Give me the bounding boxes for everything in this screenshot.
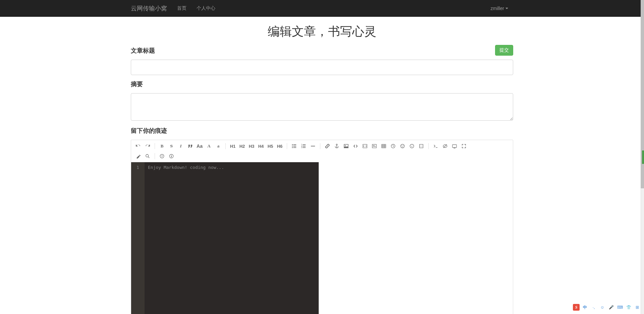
side-indicator[interactable] xyxy=(642,150,644,164)
svg-point-0 xyxy=(292,144,293,145)
ime-skin-icon[interactable]: 👕 xyxy=(625,304,632,311)
table-icon[interactable] xyxy=(379,142,388,150)
watch-icon[interactable] xyxy=(441,142,449,150)
special-char-icon[interactable]: c xyxy=(408,142,416,150)
info-icon[interactable] xyxy=(167,152,176,161)
article-title-input[interactable] xyxy=(131,60,513,75)
editor-gutter: 1 xyxy=(131,162,145,314)
user-name: zmiller xyxy=(491,6,504,11)
line-number: 1 xyxy=(131,165,145,170)
uppercase-icon[interactable]: A xyxy=(205,142,213,150)
pagebreak-icon[interactable] xyxy=(417,142,426,150)
quote-icon[interactable] xyxy=(186,142,195,150)
nav-personal-center[interactable]: 个人中心 xyxy=(192,0,220,16)
svg-rect-5 xyxy=(293,147,296,148)
ime-toolbar: S 中 ·, ☺ 🎤 ⌨ 👕 ⊞ xyxy=(573,304,641,311)
unordered-list-icon[interactable] xyxy=(290,142,299,150)
preformatted-icon[interactable] xyxy=(370,142,379,150)
label-abstract: 摘要 xyxy=(131,80,513,88)
svg-point-28 xyxy=(403,145,404,146)
label-article-title: 文章标题 xyxy=(131,47,513,55)
navbar: 云网传输小窝 首页 个人中心 zmiller xyxy=(0,0,644,17)
ime-logo-icon[interactable]: S xyxy=(573,304,580,311)
svg-point-13 xyxy=(336,144,337,145)
font-case-icon[interactable]: Aa xyxy=(195,142,204,150)
svg-rect-19 xyxy=(373,146,376,146)
svg-rect-3 xyxy=(293,146,296,146)
strikethrough-icon[interactable]: S xyxy=(167,142,176,150)
h2-button[interactable]: H2 xyxy=(238,142,247,150)
redo-icon[interactable] xyxy=(143,142,152,150)
ime-toolbox-icon[interactable]: ⊞ xyxy=(634,304,641,311)
ime-emoji-icon[interactable]: ☺ xyxy=(599,304,606,311)
image-icon[interactable] xyxy=(342,142,351,150)
ime-mic-icon[interactable]: 🎤 xyxy=(608,304,614,311)
clear-icon[interactable] xyxy=(134,152,143,161)
horizontal-rule-icon[interactable] xyxy=(309,142,317,150)
h5-button[interactable]: H5 xyxy=(266,142,275,150)
code-block-icon[interactable] xyxy=(361,142,369,150)
help-icon[interactable]: ? xyxy=(158,152,166,161)
h3-button[interactable]: H3 xyxy=(247,142,256,150)
h6-button[interactable]: H6 xyxy=(275,142,284,150)
goto-line-icon[interactable] xyxy=(431,142,440,150)
brand-link[interactable]: 云网传输小窝 xyxy=(126,0,172,17)
svg-text:c: c xyxy=(411,145,413,147)
editor-textarea[interactable] xyxy=(145,162,319,314)
preview-icon[interactable] xyxy=(450,142,459,150)
h1-button[interactable]: H1 xyxy=(228,142,237,150)
svg-point-26 xyxy=(400,144,404,148)
svg-text:?: ? xyxy=(161,155,163,158)
svg-rect-42 xyxy=(171,156,172,157)
page-title: 编辑文章，书写心灵 xyxy=(131,23,513,40)
search-icon[interactable] xyxy=(143,152,152,161)
ime-punct-icon[interactable]: ·, xyxy=(590,304,597,311)
label-content: 留下你的痕迹 xyxy=(131,127,513,135)
fullscreen-icon[interactable] xyxy=(460,142,468,150)
svg-rect-34 xyxy=(452,145,457,148)
svg-rect-9 xyxy=(303,146,306,146)
datetime-icon[interactable] xyxy=(389,142,397,150)
editor-code-pane: 1 xyxy=(131,162,319,314)
anchor-icon[interactable] xyxy=(332,142,341,150)
svg-point-36 xyxy=(146,154,149,157)
editor-preview-pane xyxy=(319,162,513,314)
link-icon[interactable] xyxy=(323,142,332,150)
ime-lang-icon[interactable]: 中 xyxy=(582,304,588,311)
editor-toolbar: B S I Aa A a H1 H2 H3 H4 H5 H6 123 xyxy=(131,140,513,162)
svg-rect-12 xyxy=(311,146,315,146)
ime-keyboard-icon[interactable]: ⌨ xyxy=(616,304,623,311)
italic-icon[interactable]: I xyxy=(176,142,185,150)
submit-button[interactable]: 提交 xyxy=(495,45,513,56)
ordered-list-icon[interactable]: 123 xyxy=(299,142,308,150)
markdown-editor: B S I Aa A a H1 H2 H3 H4 H5 H6 123 xyxy=(131,140,513,314)
svg-text:3: 3 xyxy=(301,146,302,148)
user-menu[interactable]: zmiller xyxy=(486,1,513,16)
bold-icon[interactable]: B xyxy=(158,142,166,150)
svg-rect-35 xyxy=(453,148,455,148)
svg-rect-11 xyxy=(303,147,306,148)
code-icon[interactable] xyxy=(351,142,360,150)
h4-button[interactable]: H4 xyxy=(257,142,265,150)
abstract-textarea[interactable] xyxy=(131,93,513,121)
svg-point-4 xyxy=(292,147,293,148)
svg-point-2 xyxy=(292,146,293,147)
emoji-icon[interactable] xyxy=(398,142,407,150)
svg-rect-7 xyxy=(303,144,306,145)
svg-point-15 xyxy=(345,145,346,146)
svg-point-27 xyxy=(401,145,402,146)
lowercase-icon[interactable]: a xyxy=(214,142,223,150)
caret-down-icon xyxy=(505,8,508,9)
svg-rect-20 xyxy=(382,144,386,148)
svg-line-37 xyxy=(148,157,150,158)
svg-rect-18 xyxy=(373,145,375,145)
svg-rect-1 xyxy=(293,144,296,145)
svg-point-41 xyxy=(171,155,172,156)
undo-icon[interactable] xyxy=(134,142,143,150)
nav-home[interactable]: 首页 xyxy=(172,0,192,16)
